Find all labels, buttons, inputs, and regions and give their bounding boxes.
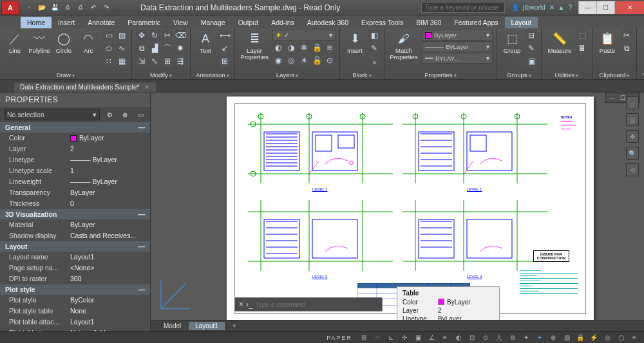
- vp-min-icon[interactable]: —: [607, 94, 616, 102]
- laymatch-icon[interactable]: ≋: [324, 42, 336, 53]
- prop-row[interactable]: Thickness0: [0, 198, 150, 209]
- mirror-icon[interactable]: ▟: [149, 42, 160, 54]
- line-button[interactable]: ／Line: [4, 30, 26, 54]
- command-line[interactable]: × ›_: [234, 297, 383, 311]
- navbar-zoom-icon[interactable]: 🔍: [626, 147, 639, 160]
- tab-view[interactable]: View: [167, 17, 194, 28]
- group-button[interactable]: ⬚Group: [501, 30, 523, 54]
- ellipse-icon[interactable]: ⬭: [103, 42, 115, 54]
- panel-block-label[interactable]: Block: [344, 71, 380, 79]
- rect-icon[interactable]: ▭: [103, 30, 115, 41]
- spline-icon[interactable]: ∿: [116, 42, 128, 54]
- annomon-icon[interactable]: +: [534, 333, 545, 342]
- exchange-icon[interactable]: ✕: [549, 4, 554, 11]
- attr-icon[interactable]: ₐ: [368, 55, 380, 67]
- layfrz-icon[interactable]: ❄: [298, 42, 310, 53]
- osnap-icon[interactable]: ▣: [412, 333, 424, 342]
- layuniso-icon[interactable]: ◎: [285, 55, 297, 66]
- prop-row[interactable]: Shadow displayCasts and Receives...: [0, 230, 150, 241]
- edit-block-icon[interactable]: ✎: [368, 42, 380, 54]
- selectall-icon[interactable]: ⬚: [576, 30, 588, 41]
- quickcalc-icon[interactable]: 🖩: [576, 42, 588, 54]
- layout1-tab[interactable]: Layout1: [189, 322, 225, 330]
- close-button[interactable]: ✕: [614, 1, 644, 14]
- prop-row[interactable]: Plot styleByColor: [0, 295, 150, 306]
- prop-row[interactable]: Linetype scale1: [0, 165, 150, 176]
- tab-close-icon[interactable]: ×: [145, 84, 149, 91]
- tab-manage[interactable]: Manage: [194, 17, 232, 28]
- panel-layers-label[interactable]: Layers: [239, 71, 336, 79]
- lwt-icon[interactable]: ≡: [439, 333, 451, 342]
- lineweight-selector[interactable]: ━━BYLAY...▾: [422, 53, 493, 64]
- qp-icon[interactable]: ⊡: [466, 333, 478, 342]
- section-3dviz[interactable]: 3D Visualization—: [0, 209, 150, 219]
- drawing-canvas[interactable]: — ☐ × NOTES ━━━━━━━━━━━━━━━━━━━: [151, 93, 644, 331]
- custom-icon[interactable]: ≡: [629, 333, 640, 342]
- help-icon[interactable]: ?: [568, 4, 572, 11]
- quickselect-icon[interactable]: ⚙: [104, 109, 115, 120]
- save-icon[interactable]: 💾: [49, 2, 61, 14]
- create-block-icon[interactable]: ◧: [368, 30, 380, 41]
- tab-insert[interactable]: Insert: [52, 17, 81, 28]
- add-layout-tab[interactable]: +: [226, 322, 243, 330]
- scale-icon[interactable]: ⤡: [149, 55, 160, 67]
- panel-anno-label[interactable]: Annotation: [194, 71, 231, 79]
- polar-icon[interactable]: ✛: [399, 333, 410, 342]
- circle-button[interactable]: ◯Circle: [53, 30, 75, 54]
- redo-icon[interactable]: ↷: [100, 2, 112, 14]
- fillet-icon[interactable]: ⌒: [162, 42, 173, 54]
- laythw-icon[interactable]: ☀: [298, 55, 310, 66]
- panel-util-label[interactable]: Utilities: [545, 71, 588, 79]
- tab-annotate[interactable]: Annotate: [81, 17, 121, 28]
- navbar-wheel-icon[interactable]: ◎: [626, 113, 639, 126]
- tab-a360[interactable]: Autodesk 360: [301, 17, 355, 28]
- section-general[interactable]: General—: [0, 122, 150, 133]
- lock-ui-icon[interactable]: 🔒: [574, 333, 586, 342]
- cleanscreen-icon[interactable]: ▢: [615, 333, 627, 342]
- layon-icon[interactable]: ◉: [272, 55, 284, 66]
- paste-button[interactable]: 📋Paste: [596, 30, 618, 54]
- matchprops-button[interactable]: 🖌Match Properties: [388, 30, 419, 60]
- prop-row[interactable]: Linetype——— ByLayer: [0, 154, 150, 165]
- prop-row[interactable]: TransparencyByLayer: [0, 187, 150, 198]
- selectobj-icon[interactable]: ▭: [135, 109, 146, 120]
- tab-bim360[interactable]: BIM 360: [410, 17, 448, 28]
- layerprops-button[interactable]: ≣Layer Properties: [239, 30, 270, 60]
- prop-row[interactable]: Plot style tableNone: [0, 306, 150, 317]
- prop-row[interactable]: ColorByLayer: [0, 133, 150, 144]
- user-area[interactable]: 👤 jtbworld ✕ ▲ ?: [505, 4, 578, 11]
- stretch-icon[interactable]: ⇲: [136, 55, 147, 67]
- panel-clip-label[interactable]: Clipboard: [596, 71, 632, 79]
- linetype-selector[interactable]: ———ByLayer▾: [422, 41, 493, 52]
- move-icon[interactable]: ✥: [136, 30, 147, 41]
- layoff-icon[interactable]: ◐: [272, 42, 284, 53]
- copy-icon[interactable]: ⧉: [136, 42, 147, 54]
- section-plot[interactable]: Plot style—: [0, 284, 150, 295]
- laycur-icon[interactable]: ⊙: [324, 55, 336, 66]
- offset-icon[interactable]: ⇶: [175, 55, 186, 67]
- plot-icon[interactable]: ⎙: [75, 2, 86, 14]
- measure-button[interactable]: 📏Measure: [545, 30, 574, 54]
- cut-icon[interactable]: ✂: [621, 30, 632, 41]
- stayconnected-icon[interactable]: ▲: [558, 4, 565, 11]
- layer-selector[interactable]: ☀✓▾: [272, 30, 336, 41]
- pickadd-icon[interactable]: ⊕: [119, 109, 131, 120]
- otrack-icon[interactable]: ∠: [426, 333, 437, 342]
- panel-view-label[interactable]: View: [641, 71, 644, 79]
- prop-row[interactable]: Lineweight——— ByLayer: [0, 176, 150, 187]
- navbar-orbit-icon[interactable]: ⟲: [626, 163, 639, 176]
- annoscale-icon[interactable]: 人: [493, 333, 505, 342]
- isolate-icon[interactable]: ◎: [601, 333, 613, 342]
- base-button[interactable]: ⬛Base: [641, 30, 644, 54]
- sc-icon[interactable]: ⊙: [480, 333, 491, 342]
- hardware-icon[interactable]: ⚡: [588, 333, 600, 342]
- selection-dropdown[interactable]: No selection▾: [4, 109, 100, 120]
- snap-icon[interactable]: ∷: [372, 333, 383, 342]
- grid-icon[interactable]: ⊞: [358, 333, 370, 342]
- table-icon[interactable]: ⊞: [219, 55, 231, 67]
- units-icon[interactable]: ⊕: [547, 333, 559, 342]
- new-icon[interactable]: ▫: [23, 2, 35, 14]
- dim-icon[interactable]: ⟷: [219, 30, 231, 41]
- erase-icon[interactable]: ⌫: [175, 30, 186, 41]
- minimize-button[interactable]: —: [578, 1, 596, 14]
